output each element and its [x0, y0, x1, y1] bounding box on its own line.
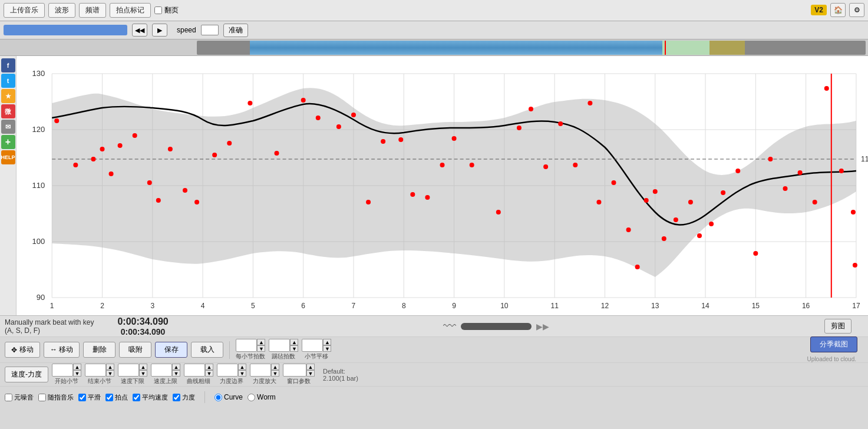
home-button[interactable]: 🏠 — [830, 3, 846, 17]
baocun-button[interactable]: 保存 — [155, 342, 187, 358]
hujingyinle-checkbox-label[interactable]: 随指音乐 — [38, 393, 74, 402]
svg-point-67 — [351, 113, 356, 117]
wuxiaosheng-checkbox[interactable] — [5, 394, 12, 401]
zhunque-button[interactable]: 准确 — [223, 24, 248, 37]
force-min-down[interactable]: ▼ — [238, 370, 246, 377]
force-min-input[interactable]: 20 — [217, 364, 238, 377]
speed-high-up[interactable]: ▲ — [172, 364, 180, 370]
force-scale-input[interactable]: 2 — [250, 364, 271, 377]
speed-low-down[interactable]: ▼ — [139, 370, 147, 377]
beats-per-bar-input[interactable]: 4 — [236, 339, 257, 352]
facebook-icon[interactable]: f — [1, 58, 15, 72]
start-bar-down[interactable]: ▼ — [73, 370, 81, 377]
yidong-button[interactable]: ✥ 移动 — [5, 342, 40, 358]
bar-shift-label: 小节平移 — [305, 352, 328, 361]
svg-point-79 — [543, 164, 548, 169]
line-thickness-input[interactable]: 3 — [184, 364, 205, 377]
speed-low-input[interactable]: 90 — [118, 364, 139, 377]
worm-radio[interactable] — [247, 394, 255, 401]
window-param-down[interactable]: ▼ — [306, 370, 315, 377]
svg-point-82 — [588, 101, 592, 105]
weibo-icon[interactable]: 微 — [1, 104, 15, 118]
shanchu-button[interactable]: 删除 — [83, 342, 115, 358]
svg-text:10: 10 — [500, 302, 509, 310]
pinghua-checkbox-label[interactable]: 平滑 — [78, 393, 101, 402]
bar-shift-up[interactable]: ▲ — [323, 339, 331, 345]
svg-text:7: 7 — [352, 302, 356, 310]
speed-high-down[interactable]: ▼ — [172, 370, 180, 377]
speed-high-input[interactable]: 130 — [151, 364, 172, 377]
fensai-button[interactable]: 分季截图 — [810, 336, 857, 352]
bar-shift-down[interactable]: ▼ — [323, 345, 331, 352]
curve-radio[interactable] — [214, 394, 222, 401]
beat-count-down[interactable]: ▼ — [290, 345, 298, 352]
bar-shift-input[interactable]: 0 — [302, 339, 323, 352]
pingjun-sudu-checkbox-label[interactable]: 平均速度 — [133, 393, 168, 402]
wave-slider[interactable] — [461, 323, 532, 330]
zainru-button[interactable]: 载入 — [191, 342, 223, 358]
svg-point-89 — [662, 236, 666, 241]
pinghua-checkbox[interactable] — [78, 394, 86, 401]
settings-button[interactable]: ⚙ — [849, 3, 864, 17]
speed-label: speed — [177, 26, 196, 34]
speed-low-up[interactable]: ▲ — [139, 364, 147, 370]
svg-point-81 — [573, 163, 577, 167]
beat-count-up[interactable]: ▲ — [290, 339, 298, 345]
start-bar-up[interactable]: ▲ — [73, 364, 81, 370]
time-display-1: 0:00:34.090 — [117, 316, 168, 327]
end-bar-up[interactable]: ▲ — [106, 364, 114, 370]
line-thickness-up[interactable]: ▲ — [205, 364, 213, 370]
end-bar-input[interactable]: 17 — [85, 364, 106, 377]
move-label-btn[interactable]: ↔ 移动 — [44, 342, 80, 358]
sudu-lilv-button[interactable]: 速度-力度 — [5, 367, 48, 382]
beat-marker-button[interactable]: 拍点标记 — [110, 3, 151, 18]
waveform-container[interactable] — [197, 41, 866, 55]
force-scale-up[interactable]: ▲ — [271, 364, 279, 370]
twitter-icon[interactable]: t — [1, 74, 15, 88]
lilv-checkbox-label[interactable]: 力度 — [173, 393, 195, 402]
waveform-button[interactable]: 波形 — [48, 3, 75, 18]
line-thickness-down[interactable]: ▼ — [205, 370, 213, 377]
help-icon[interactable]: HELP — [1, 150, 15, 164]
end-bar-down[interactable]: ▼ — [106, 370, 114, 377]
beats-up[interactable]: ▲ — [257, 339, 265, 345]
pingjun-sudu-checkbox[interactable] — [133, 394, 140, 401]
cursor-icon: ↔ — [50, 345, 57, 354]
start-bar-input[interactable]: 1 — [52, 364, 73, 377]
svg-text:13: 13 — [651, 302, 659, 310]
worm-radio-label[interactable]: Worm — [247, 393, 276, 401]
curve-radio-label[interactable]: Curve — [214, 393, 243, 401]
svg-point-104 — [853, 263, 857, 268]
pinghua-label: 平滑 — [88, 393, 101, 402]
star-icon[interactable]: ★ — [1, 89, 15, 103]
flip-checkbox-container: 翻页 — [154, 5, 179, 15]
window-param-input[interactable]: 2.1 — [283, 364, 306, 377]
spectrum-button[interactable]: 频谱 — [79, 3, 106, 18]
speed-input[interactable]: 1 — [201, 25, 219, 35]
force-min-up[interactable]: ▲ — [238, 364, 246, 370]
window-param-up[interactable]: ▲ — [306, 364, 315, 370]
file-name-input[interactable]: 演奏24张昊层 — [4, 25, 127, 35]
mail-icon[interactable]: ✉ — [1, 120, 15, 134]
speed-high-container: 130 ▲ ▼ 速度上限 — [151, 364, 180, 385]
force-min-label: 力度边界 — [220, 377, 243, 385]
force-scale-down[interactable]: ▼ — [271, 370, 279, 377]
play-button[interactable]: ▶ — [152, 24, 167, 37]
worm-radio-text: Worm — [257, 393, 276, 401]
xifu-button[interactable]: 吸附 — [119, 342, 151, 358]
svg-point-94 — [721, 190, 725, 195]
beat-count-input[interactable]: 0 — [269, 339, 290, 352]
wuxiaosheng-checkbox-label[interactable]: 元噪音 — [5, 393, 34, 402]
prev-button[interactable]: ◀◀ — [132, 24, 147, 37]
chart-area: www.Vmus.net 130 120 110 100 90 — [16, 56, 868, 315]
paodian-checkbox[interactable] — [105, 394, 113, 401]
plus-icon[interactable]: + — [1, 135, 15, 149]
upload-music-button[interactable]: 上传音乐 — [4, 3, 45, 18]
flip-checkbox[interactable] — [154, 6, 162, 14]
lilv-checkbox[interactable] — [173, 394, 180, 401]
paodian-checkbox-label[interactable]: 拍点 — [105, 393, 128, 402]
jiandao-button[interactable]: 剪图 — [824, 319, 852, 334]
hujingyinle-checkbox[interactable] — [38, 394, 46, 401]
radio-separator — [204, 391, 205, 403]
beats-down[interactable]: ▼ — [257, 345, 265, 352]
